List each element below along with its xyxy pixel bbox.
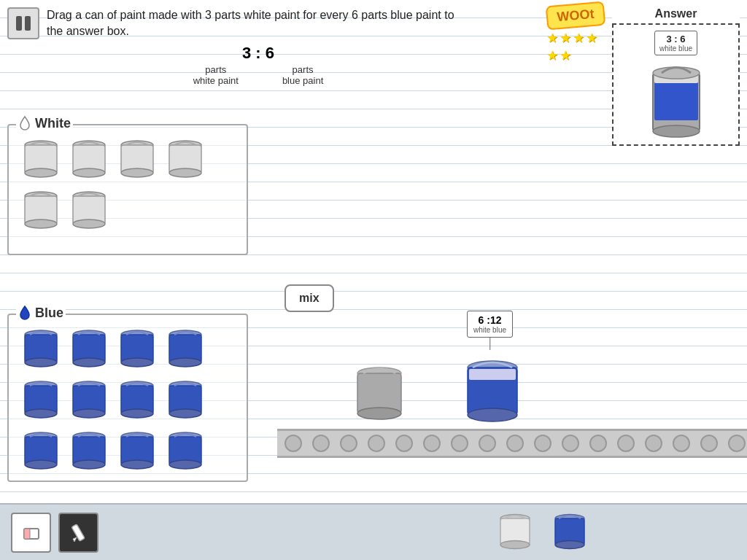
conveyor-area: 6 :12 white blue [277,370,747,458]
mix-button[interactable]: mix [285,284,334,312]
ratio-display: 3 : 6 [47,44,470,63]
belt-circle [395,435,413,452]
svg-point-31 [121,358,153,367]
blue-section-label: Blue [16,305,66,321]
svg-rect-64 [469,369,516,380]
svg-rect-1 [654,80,698,120]
white-can-1[interactable] [20,136,62,182]
svg-point-49 [25,460,57,469]
conveyor-can-gray[interactable] [350,360,409,429]
star-1: ★ [546,30,558,46]
blue-can-9[interactable] [20,428,62,473]
svg-point-19 [25,219,57,228]
eraser-icon [20,521,42,543]
instruction-text: Drag a can of paint made with 3 parts wh… [47,7,470,40]
blue-section: Blue [7,314,248,482]
blue-cans-grid [20,326,236,473]
white-section-label: White [16,115,73,131]
belt-circle [312,435,330,452]
pause-icon [16,16,31,31]
svg-point-28 [73,358,105,367]
white-can-3[interactable] [116,136,158,182]
woot-stars: ★ ★ ★ ★ ★ ★ [546,30,605,63]
svg-point-55 [121,460,153,469]
answer-box[interactable]: Answer 3 : 6 white blue [612,7,740,146]
belt-circle [673,435,690,452]
svg-marker-69 [73,537,77,542]
belt-circle [285,435,302,452]
svg-point-16 [169,168,201,177]
white-drop-icon [18,115,31,131]
pen-button[interactable] [58,513,98,553]
bottom-blue-can[interactable] [550,510,590,554]
blue-can-2[interactable] [68,326,110,371]
svg-point-34 [169,358,201,367]
answer-can[interactable] [647,58,705,139]
blue-can-4[interactable] [164,326,206,371]
bottom-white-can[interactable] [495,510,535,554]
svg-point-46 [169,409,201,418]
belt-circle [368,435,385,452]
blue-can-12[interactable] [164,428,206,473]
pause-button[interactable] [7,7,39,39]
woot-badge: WOOt ★ ★ ★ ★ ★ ★ [546,4,605,51]
belt-circle [562,435,579,452]
belt-circle [340,435,357,452]
bottom-cans [495,510,590,554]
svg-point-65 [468,408,517,421]
svg-point-75 [555,541,584,549]
answer-label: Answer [612,7,740,20]
white-cans-grid [20,136,236,233]
star-4: ★ [586,30,597,46]
star-2: ★ [560,30,571,46]
blue-can-8[interactable] [164,377,206,422]
blue-can-11[interactable] [116,428,158,473]
answer-dashed-box[interactable]: 3 : 6 white blue [612,23,740,146]
white-can-6[interactable] [68,187,110,233]
belt-circle [451,435,468,452]
belt-circle [506,435,524,452]
svg-point-72 [500,541,530,549]
svg-point-52 [73,460,105,469]
svg-point-58 [169,460,201,469]
conveyor-belt [277,429,747,458]
parts-blue-label: partsblue paint [282,64,323,86]
star-5: ★ [546,47,558,63]
blue-can-6[interactable] [68,377,110,422]
parts-labels: partswhite paint partsblue paint [47,64,470,86]
white-can-4[interactable] [164,136,206,182]
svg-point-3 [653,67,700,79]
star-6: ★ [560,47,571,63]
blue-can-3[interactable] [116,326,158,371]
woot-text: WOOt [546,1,606,31]
blue-can-5[interactable] [20,377,62,422]
answer-can-label: 3 : 6 white blue [654,31,697,55]
svg-point-61 [357,408,401,419]
svg-point-43 [121,409,153,418]
blue-can-1[interactable] [20,326,62,371]
white-section: White [7,124,248,255]
svg-point-13 [121,168,153,177]
belt-circle [423,435,441,452]
svg-point-7 [25,168,57,177]
blue-drop-icon [18,305,31,321]
star-3: ★ [573,30,584,46]
instruction-block: Drag a can of paint made with 3 parts wh… [47,7,470,86]
belt-circle [645,435,662,452]
white-can-5[interactable] [20,187,62,233]
svg-point-22 [73,219,105,228]
belt-circle [479,435,496,452]
answer-sub: white blue [659,44,692,52]
belt-circle [700,435,718,452]
pen-icon [68,521,90,543]
parts-white-label: partswhite paint [193,64,239,86]
belt-circle [728,435,746,452]
svg-point-10 [73,168,105,177]
eraser-button[interactable] [11,513,51,553]
bottom-toolbar [0,503,747,560]
blue-can-7[interactable] [116,377,158,422]
blue-can-10[interactable] [68,428,110,473]
conveyor-can-blue[interactable]: 6 :12 white blue [460,353,525,429]
white-can-2[interactable] [68,136,110,182]
svg-point-4 [653,125,700,137]
